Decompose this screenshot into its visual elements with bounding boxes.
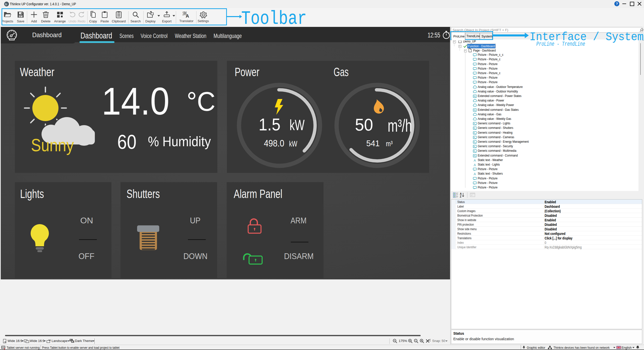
svg-text:tp: tp [5, 3, 7, 6]
svg-text:A: A [186, 13, 189, 18]
svg-text:11: 11 [415, 340, 417, 341]
svg-text:A: A [460, 192, 462, 195]
svg-text:A: A [474, 159, 476, 162]
svg-text:A: A [474, 163, 476, 167]
svg-text:?: ? [616, 2, 618, 6]
svg-text:Z: Z [460, 195, 461, 198]
svg-text:A: A [474, 172, 476, 176]
